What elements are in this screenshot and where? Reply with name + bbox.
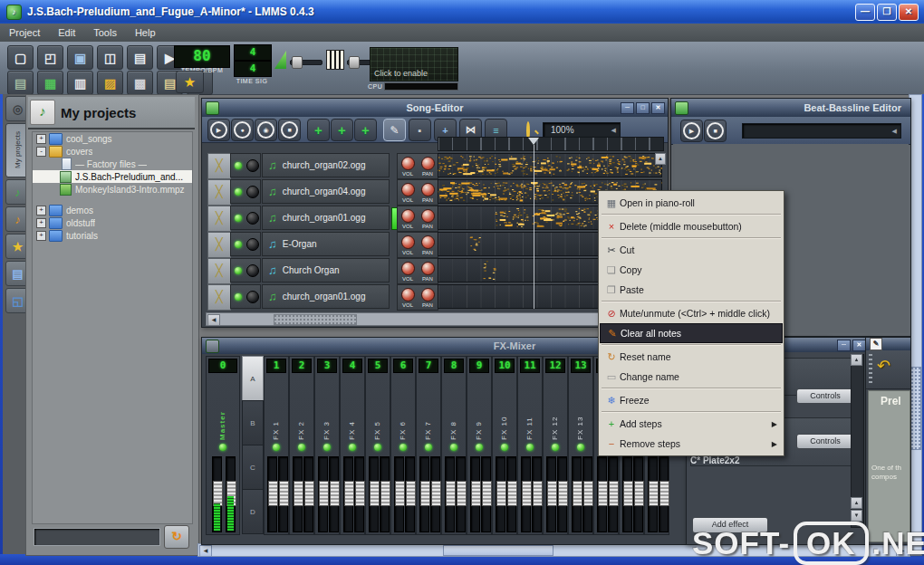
volume-knob[interactable] bbox=[401, 209, 415, 223]
fx-fader-handle[interactable] bbox=[609, 481, 619, 506]
add-automation-track-button[interactable]: + bbox=[354, 119, 377, 141]
track-grip[interactable]: ╳ bbox=[207, 153, 231, 179]
fx-channel-led[interactable] bbox=[298, 444, 305, 451]
track-grip[interactable]: ╳ bbox=[207, 232, 231, 258]
track-name[interactable]: ♫church_organ02.ogg bbox=[262, 153, 390, 177]
fx-channel-0[interactable]: 0Master bbox=[206, 356, 240, 535]
fx-fader-handle[interactable] bbox=[634, 481, 644, 506]
fx-fader[interactable] bbox=[343, 456, 353, 532]
fx-fader[interactable] bbox=[608, 456, 618, 532]
pan-knob[interactable] bbox=[421, 288, 435, 302]
pan-knob[interactable] bbox=[421, 209, 435, 223]
fx-fader-handle[interactable] bbox=[294, 481, 303, 506]
minimize-button[interactable]: — bbox=[855, 4, 875, 21]
track-grip[interactable]: ╳ bbox=[207, 284, 231, 311]
new-project-button[interactable]: ▢ bbox=[7, 45, 34, 70]
context-menu-item-reset-name[interactable]: ↻Reset name bbox=[600, 347, 783, 367]
fx-bank-b-button[interactable]: B bbox=[242, 400, 264, 445]
fx-fader[interactable] bbox=[622, 456, 632, 532]
volume-knob[interactable] bbox=[401, 235, 415, 249]
tree-item--factory-files-[interactable]: — Factory files — bbox=[33, 158, 192, 170]
pan-knob[interactable] bbox=[421, 157, 435, 170]
track-knob[interactable] bbox=[246, 159, 259, 172]
import-project-button[interactable]: ▤ bbox=[127, 45, 153, 70]
master-volume-slider[interactable] bbox=[290, 60, 322, 65]
fx-channel-7[interactable]: 7FX 7 bbox=[416, 356, 441, 535]
scroll-down-button[interactable]: ▼ bbox=[851, 510, 862, 522]
timeline-ruler[interactable] bbox=[438, 137, 664, 151]
menu-project[interactable]: Project bbox=[0, 24, 49, 42]
fx-channel-13[interactable]: 13FX 13 bbox=[568, 356, 593, 535]
tree-item-monkeyisland3-intro-mmpz[interactable]: MonkeyIsland3-Intro.mmpz bbox=[33, 183, 192, 196]
fx-channel-led[interactable] bbox=[219, 444, 226, 451]
context-menu-item-freeze[interactable]: ❄Freeze bbox=[600, 390, 783, 410]
fx-fader[interactable] bbox=[572, 456, 582, 532]
zoom-level-combobox[interactable]: 100% ◀ bbox=[543, 122, 621, 138]
fx-fader[interactable] bbox=[496, 456, 505, 532]
automation-editor-toggle[interactable]: ▨ bbox=[97, 71, 123, 95]
bb-stop-button[interactable]: ■ bbox=[704, 120, 727, 142]
fx-fader-handle[interactable] bbox=[522, 481, 532, 506]
track-name[interactable]: ♫Church Organ bbox=[262, 258, 390, 282]
song-editor-toggle[interactable]: ▤ bbox=[7, 71, 34, 95]
context-menu-item-clear-all-notes[interactable]: ✎Clear all notes bbox=[600, 323, 783, 343]
export-project-button[interactable]: ◫ bbox=[97, 45, 123, 70]
fx-fader-handle[interactable] bbox=[319, 481, 329, 506]
track-knob[interactable] bbox=[246, 264, 259, 277]
save-project-button[interactable]: ▣ bbox=[67, 45, 93, 70]
volume-knob[interactable] bbox=[401, 262, 415, 275]
effect-controls-button[interactable]: Controls bbox=[796, 434, 854, 449]
track-knob[interactable] bbox=[246, 186, 259, 198]
fx-fader-handle[interactable] bbox=[304, 481, 314, 506]
mute-led[interactable] bbox=[235, 215, 242, 222]
fx-channel-11[interactable]: 11FX 11 bbox=[517, 356, 543, 535]
fx-fader-handle[interactable] bbox=[471, 481, 481, 506]
workspace-vscroll-thumb[interactable] bbox=[910, 367, 921, 450]
fx-channel-led[interactable] bbox=[273, 444, 280, 451]
track-grip[interactable]: ╳ bbox=[207, 206, 231, 232]
fx-chain-close-button[interactable]: ✕ bbox=[852, 340, 866, 351]
fx-fader[interactable] bbox=[303, 456, 313, 532]
fx-fader-handle[interactable] bbox=[457, 481, 467, 506]
fx-fader-handle[interactable] bbox=[573, 481, 582, 506]
master-volume-handle[interactable] bbox=[292, 56, 303, 69]
fx-bank-c-button[interactable]: C bbox=[242, 445, 264, 490]
track-name[interactable]: ♫E-Organ bbox=[262, 232, 390, 256]
fx-fader-handle[interactable] bbox=[431, 481, 441, 506]
fx-fader-handle[interactable] bbox=[446, 481, 456, 506]
maximize-button[interactable]: ❐ bbox=[877, 4, 897, 21]
fx-channel-led[interactable] bbox=[526, 444, 534, 451]
tempo-display[interactable]: 80 bbox=[174, 45, 230, 68]
fx-fader[interactable] bbox=[430, 456, 440, 532]
fx-fader[interactable] bbox=[318, 456, 328, 532]
fx-fader-handle[interactable] bbox=[583, 481, 593, 506]
fx-fader-handle[interactable] bbox=[406, 481, 416, 506]
fx-channel-led[interactable] bbox=[552, 444, 559, 451]
tree-expander[interactable]: + bbox=[36, 134, 46, 144]
fx-fader-handle[interactable] bbox=[659, 481, 669, 506]
tempo-sync-button[interactable]: ★ bbox=[176, 71, 204, 93]
tree-expander[interactable]: - bbox=[36, 147, 46, 157]
toolbar-handle[interactable] bbox=[869, 354, 872, 383]
context-menu-item-add-steps[interactable]: +Add steps▶ bbox=[600, 414, 783, 434]
workspace-hscroll-thumb[interactable] bbox=[443, 545, 553, 556]
fx-channel-led[interactable] bbox=[323, 444, 331, 451]
fx-fader[interactable] bbox=[278, 456, 288, 532]
context-menu-item-copy[interactable]: ❏Copy bbox=[600, 260, 783, 280]
fx-fader-handle[interactable] bbox=[649, 481, 659, 506]
fx-channel-led[interactable] bbox=[425, 444, 432, 451]
menu-help[interactable]: Help bbox=[126, 24, 165, 42]
fx-channel-9[interactable]: 9FX 9 bbox=[467, 356, 492, 535]
fx-fader-handle[interactable] bbox=[598, 481, 608, 506]
add-bb-track-button[interactable]: + bbox=[307, 119, 330, 141]
fx-channel-3[interactable]: 3FX 3 bbox=[314, 356, 340, 535]
tree-item-j-s-bach-preludium-and-[interactable]: J.S.Bach-Preludium_and... bbox=[33, 170, 192, 183]
fx-mixer-toggle[interactable]: ▩ bbox=[127, 71, 153, 95]
projects-search-input[interactable] bbox=[34, 528, 160, 546]
mute-led[interactable] bbox=[235, 162, 242, 169]
song-editor-titlebar[interactable]: Song-Editor ─□✕ bbox=[202, 99, 668, 117]
fx-fader[interactable] bbox=[546, 456, 556, 532]
context-menu-item-change-name[interactable]: ▭Change name bbox=[600, 367, 783, 387]
scroll-left-button[interactable]: ◀ bbox=[207, 314, 220, 326]
fx-channel-led[interactable] bbox=[476, 444, 483, 451]
